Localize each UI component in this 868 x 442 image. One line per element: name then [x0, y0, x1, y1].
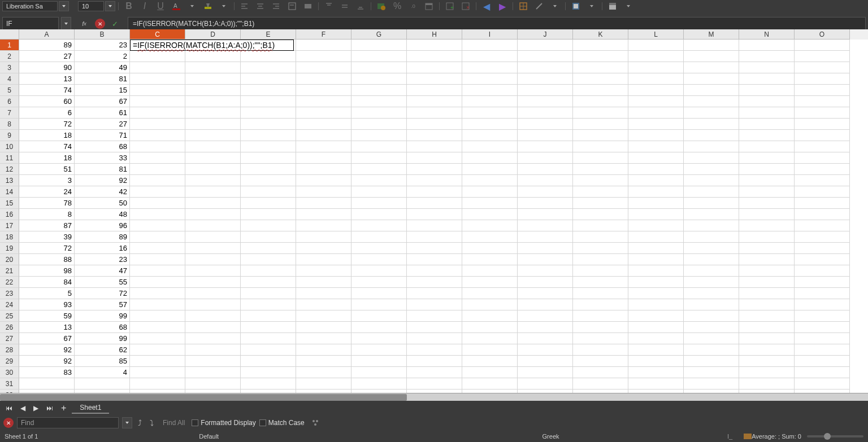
name-box-dropdown[interactable] — [61, 17, 71, 30]
cell[interactable]: 24 — [19, 186, 75, 198]
cell[interactable] — [739, 231, 795, 243]
cell[interactable] — [241, 220, 296, 231]
cell[interactable] — [573, 243, 628, 254]
cell[interactable] — [739, 198, 795, 209]
cell[interactable] — [518, 378, 573, 390]
cell[interactable] — [573, 40, 628, 51]
indent-increase-icon[interactable]: ▶ — [497, 1, 508, 12]
cell[interactable] — [462, 119, 518, 130]
cell[interactable] — [407, 299, 462, 310]
cell[interactable] — [573, 175, 628, 186]
row-header[interactable]: 16 — [0, 209, 19, 220]
cell[interactable] — [296, 164, 351, 175]
cell[interactable] — [684, 73, 739, 85]
cell[interactable]: 67 — [19, 333, 75, 344]
row-header[interactable]: 21 — [0, 265, 19, 277]
cell[interactable] — [407, 62, 462, 73]
cell[interactable] — [628, 62, 684, 73]
cell[interactable]: 27 — [19, 51, 75, 62]
cell[interactable]: 23 — [75, 254, 130, 265]
cell[interactable] — [462, 322, 518, 333]
cell[interactable] — [628, 333, 684, 344]
cell[interactable] — [407, 130, 462, 141]
cell[interactable] — [407, 356, 462, 367]
row-header[interactable]: 22 — [0, 277, 19, 288]
cell[interactable] — [739, 85, 795, 96]
cell[interactable] — [739, 96, 795, 107]
cell[interactable] — [573, 322, 628, 333]
cell[interactable] — [573, 96, 628, 107]
cell[interactable]: 74 — [19, 141, 75, 152]
cell[interactable]: 84 — [19, 277, 75, 288]
cell[interactable]: 83 — [19, 367, 75, 378]
row-header[interactable]: 30 — [0, 367, 19, 378]
cell[interactable] — [296, 119, 351, 130]
cell[interactable] — [185, 198, 241, 209]
cell[interactable] — [684, 322, 739, 333]
cell[interactable] — [407, 73, 462, 85]
border-style-icon[interactable] — [533, 1, 545, 12]
cell[interactable]: 61 — [75, 107, 130, 119]
cell[interactable] — [130, 198, 185, 209]
cell[interactable] — [130, 96, 185, 107]
cell[interactable] — [795, 186, 850, 198]
cell[interactable] — [573, 310, 628, 322]
cell[interactable] — [185, 186, 241, 198]
cell[interactable] — [351, 209, 407, 220]
cell[interactable] — [573, 378, 628, 390]
cell[interactable] — [795, 96, 850, 107]
cell[interactable] — [241, 107, 296, 119]
row-header[interactable]: 25 — [0, 310, 19, 322]
cell[interactable] — [185, 299, 241, 310]
cell[interactable] — [407, 367, 462, 378]
font-name-input[interactable]: Liberation Sa — [2, 1, 58, 11]
cell[interactable] — [241, 164, 296, 175]
cell[interactable] — [739, 367, 795, 378]
cell[interactable] — [628, 231, 684, 243]
cell[interactable] — [130, 164, 185, 175]
cell[interactable] — [19, 378, 75, 390]
cell[interactable] — [130, 367, 185, 378]
cell[interactable] — [185, 96, 241, 107]
cell[interactable]: 18 — [19, 130, 75, 141]
cell[interactable] — [296, 243, 351, 254]
cell[interactable] — [628, 107, 684, 119]
currency-icon[interactable] — [376, 1, 387, 12]
cell[interactable] — [351, 231, 407, 243]
cell[interactable] — [351, 107, 407, 119]
cell[interactable] — [684, 378, 739, 390]
cell[interactable]: 93 — [19, 299, 75, 310]
close-find-icon[interactable]: ✕ — [3, 418, 14, 428]
cell[interactable] — [573, 209, 628, 220]
date-format-icon[interactable] — [423, 1, 435, 12]
cell[interactable] — [241, 231, 296, 243]
cell[interactable] — [241, 119, 296, 130]
row-header[interactable]: 8 — [0, 119, 19, 130]
cell[interactable]: 23 — [75, 40, 130, 51]
cell[interactable] — [351, 322, 407, 333]
cell[interactable] — [795, 73, 850, 85]
cell[interactable] — [351, 288, 407, 299]
row-header[interactable]: 17 — [0, 220, 19, 231]
cell[interactable] — [407, 288, 462, 299]
cell[interactable] — [296, 40, 351, 51]
accept-icon[interactable]: ✓ — [110, 19, 120, 29]
cell[interactable] — [739, 175, 795, 186]
cell[interactable] — [628, 299, 684, 310]
cell[interactable] — [518, 333, 573, 344]
cell[interactable] — [628, 130, 684, 141]
cell[interactable] — [573, 130, 628, 141]
find-input[interactable]: Find — [17, 417, 119, 428]
cell[interactable] — [407, 220, 462, 231]
cell[interactable] — [296, 130, 351, 141]
cell[interactable] — [130, 85, 185, 96]
cell[interactable] — [462, 164, 518, 175]
insert-row-icon[interactable]: + — [444, 1, 455, 12]
cell[interactable] — [130, 243, 185, 254]
cell[interactable] — [241, 310, 296, 322]
cell[interactable]: 67 — [75, 96, 130, 107]
cell[interactable] — [739, 119, 795, 130]
cell[interactable] — [628, 322, 684, 333]
cell[interactable] — [351, 220, 407, 231]
row-header[interactable]: 7 — [0, 107, 19, 119]
